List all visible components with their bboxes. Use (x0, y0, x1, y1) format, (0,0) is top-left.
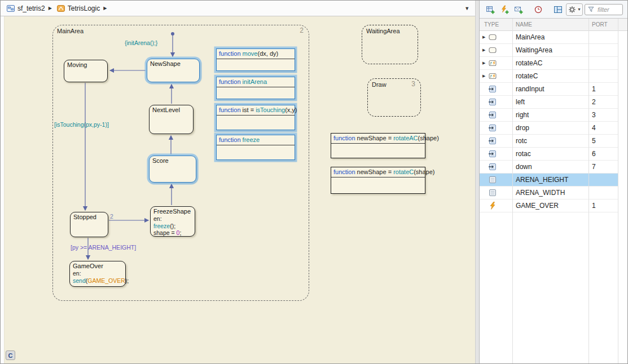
en-keyword: en: (153, 215, 162, 222)
state-stopped[interactable]: Stopped (70, 212, 108, 237)
statement-end: ); (125, 277, 129, 284)
state-nextlevel[interactable]: NextLevel (149, 105, 194, 134)
symbol-name: down (512, 163, 589, 171)
function-keyword: function (219, 50, 241, 57)
symbol-port: 1 (589, 202, 618, 210)
symbols-toolbar: ▼ (480, 1, 627, 19)
expander-icon[interactable]: ▶ (482, 61, 488, 65)
history-button[interactable] (532, 3, 544, 16)
function-move[interactable]: function move(dx, dy) (216, 48, 295, 71)
create-event-button[interactable] (498, 3, 511, 16)
expander-icon[interactable]: ▶ (482, 48, 488, 52)
symbol-row-rotc[interactable]: rotc 5 (480, 135, 618, 148)
transition-label-arenaheight[interactable]: [py >= ARENA_HEIGHT] (71, 244, 136, 251)
symbol-name: rotc (512, 137, 589, 145)
state-score[interactable]: Score (149, 156, 196, 183)
symbol-row-rotatec[interactable]: ▶ rotateC (480, 70, 618, 83)
state-gameover[interactable]: GameOver en: send(GAME_OVER); (69, 261, 126, 287)
symbol-row-mainarea[interactable]: ▶ MainArea (480, 31, 618, 44)
symbol-row-arena-height[interactable]: ARENA_HEIGHT (480, 174, 618, 187)
symbol-row-down[interactable]: down 7 (480, 161, 618, 174)
stateflow-editor-window: sf_tetris2 ▶ TetrisLogic ▶ ▼ (0, 0, 628, 364)
symbol-name: GAME_OVER (512, 202, 589, 210)
chevron-down-icon: ▼ (577, 7, 581, 11)
symbol-row-rotac[interactable]: rotac 6 (480, 148, 618, 161)
chart-canvas[interactable]: MainArea 2 {initArena();} [isTouching(px… (1, 16, 475, 363)
breadcrumb-overflow-button[interactable]: ▼ (464, 6, 469, 11)
function-name: rotateAC (393, 135, 418, 141)
function-args: (shape) (418, 135, 439, 141)
function-keyword: function (333, 168, 355, 175)
state-title: MainArea (57, 28, 84, 34)
function-rotatec[interactable]: function newShape = rotateC(shape) (331, 167, 425, 194)
breadcrumb-model[interactable]: sf_tetris2 (17, 5, 45, 12)
state-title: Stopped (73, 214, 105, 220)
state-title: NewShape (150, 60, 196, 67)
layout-button[interactable] (552, 3, 564, 16)
symbol-row-drop[interactable]: drop 4 (480, 122, 618, 135)
add-data-icon (486, 5, 495, 14)
function-lhs: newShape = (357, 168, 394, 175)
function-lhs: newShape = (357, 135, 394, 141)
function-initarena[interactable]: function initArena (216, 77, 295, 99)
symbol-name: WaitingArea (512, 46, 589, 54)
column-header-name: NAME (512, 21, 589, 28)
symbol-row-waitingarea[interactable]: ▶ WaitingArea (480, 44, 618, 57)
create-data-button[interactable] (484, 3, 497, 16)
function-name: freeze (243, 136, 260, 143)
breadcrumb-chart[interactable]: TetrisLogic (68, 5, 100, 12)
state-actions: en: freeze(); shape = 0; (153, 215, 192, 237)
function-freeze[interactable]: function freeze (216, 135, 295, 160)
panel-splitter[interactable] (475, 1, 479, 363)
function-icon (488, 59, 497, 68)
event-ref: GAME_OVER (87, 277, 125, 284)
symbol-row-arena-width[interactable]: ARENA_WIDTH (480, 187, 618, 199)
symbol-port: 7 (589, 163, 618, 171)
transition-label-init[interactable]: {initArena();} (125, 39, 157, 46)
state-actions: en: send(GAME_OVER); (73, 270, 122, 284)
input-data-icon (488, 136, 497, 145)
filter-input[interactable] (596, 6, 620, 14)
function-args: (shape) (414, 168, 434, 175)
create-message-button[interactable] (512, 3, 525, 16)
symbol-row-randinput[interactable]: randInput 1 (480, 83, 618, 96)
expander-icon[interactable]: ▶ (482, 35, 488, 39)
state-icon (488, 33, 497, 42)
function-name: move (243, 50, 258, 57)
symbol-name: ARENA_HEIGHT (512, 176, 589, 184)
function-name: initArena (243, 78, 267, 85)
settings-button[interactable]: ▼ (566, 3, 583, 16)
symbol-row-right[interactable]: right 3 (480, 109, 618, 122)
function-keyword: function (219, 106, 241, 113)
state-newshape[interactable]: NewShape (147, 59, 200, 82)
breadcrumb-separator-icon: ▶ (103, 6, 107, 11)
panes-icon (554, 5, 563, 14)
transition-priority-label[interactable]: 2 (110, 213, 113, 220)
state-title: Draw (372, 81, 387, 88)
function-args: (dx, dy) (258, 50, 279, 57)
constant-data-icon (488, 175, 497, 184)
expander-icon[interactable]: ▶ (482, 74, 488, 78)
function-istouching[interactable]: function ist = isTouching(x,y) (216, 105, 295, 130)
column-header-port: PORT (589, 21, 618, 28)
function-rotateac[interactable]: function newShape = rotateAC(shape) (331, 133, 425, 158)
symbol-row-game-over[interactable]: GAME_OVER 1 (480, 199, 618, 212)
function-call: send (73, 277, 86, 284)
symbol-row-rotateac[interactable]: ▶ rotateAC (480, 57, 618, 70)
symbol-row-left[interactable]: left 2 (480, 96, 618, 109)
symbol-port: 3 (589, 111, 618, 119)
constant-data-icon (488, 188, 497, 197)
state-freezeshape[interactable]: FreezeShape en: freeze(); shape = 0; (150, 206, 195, 237)
subchart-badge: 2 (300, 26, 304, 34)
action-language-badge[interactable]: C (6, 350, 15, 360)
assignment: shape = (153, 229, 177, 236)
state-waitingarea[interactable]: WaitingArea (362, 25, 418, 64)
input-data-icon (488, 123, 497, 132)
function-keyword: function (219, 78, 241, 85)
gear-icon (568, 5, 577, 14)
model-icon (6, 4, 15, 13)
transition-label-istouching[interactable]: [isTouching(px,py-1)] (54, 121, 109, 128)
state-draw[interactable]: Draw 3 (367, 78, 421, 117)
state-moving[interactable]: Moving (64, 60, 108, 82)
symbol-name: rotateAC (512, 59, 589, 67)
